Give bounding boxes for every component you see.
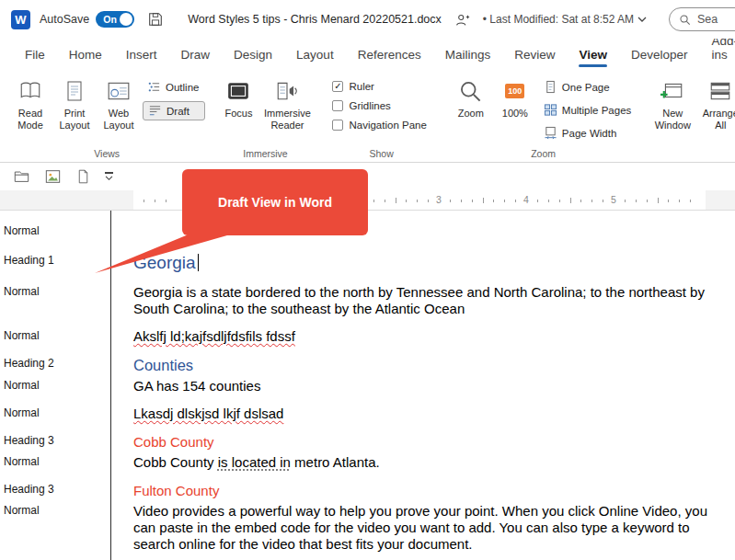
callout-bubble: Draft View in Word <box>182 169 368 235</box>
search-box[interactable]: Sea <box>669 7 735 31</box>
zoom-icon <box>458 77 483 105</box>
document-area[interactable]: NormalHeading 1GeorgiaNormalGeorgia is a… <box>0 211 735 560</box>
style-area-label: Normal <box>0 406 110 422</box>
customize-toolbar-icon[interactable] <box>105 172 113 181</box>
paragraph[interactable]: Akslfj ld;kajfsdljfdsfils fdssf <box>110 328 735 345</box>
ribbon: Read Mode Print Layout Web Layout Outlin… <box>0 70 735 163</box>
ruler-number: 5 <box>611 194 616 205</box>
ruler-tick <box>559 200 560 202</box>
paragraph[interactable]: Cobb County is located in metro Atlanta. <box>110 454 735 471</box>
paragraph[interactable]: Lkasdj dlskjsd lkjf dslsad <box>110 406 735 422</box>
tab-view[interactable]: View <box>567 42 619 70</box>
ruler-tick <box>625 200 626 202</box>
navigation-pane-checkbox[interactable]: Navigation Pane <box>332 120 426 131</box>
paragraph[interactable]: GA has 154 counties <box>110 378 735 394</box>
button-label: Outline <box>166 82 199 93</box>
outline-icon <box>147 80 161 94</box>
ruler-tick <box>396 198 396 203</box>
immersive-reader-icon <box>275 77 299 105</box>
tab-mailings[interactable]: Mailings <box>433 42 503 70</box>
word-logo-icon: W <box>11 10 30 29</box>
checkbox-unchecked-icon <box>332 100 343 111</box>
folder-icon[interactable] <box>13 168 30 185</box>
zoom-100-button[interactable]: 100 100% <box>493 74 537 121</box>
tab-file[interactable]: File <box>13 42 57 70</box>
button-label: Zoom <box>458 108 484 120</box>
ribbon-group-views: Read Mode Print Layout Web Layout Outlin… <box>6 72 208 162</box>
style-area-label: Heading 2 <box>0 356 110 374</box>
draft-button[interactable]: Draft <box>143 101 205 120</box>
style-area-separator[interactable] <box>110 211 111 560</box>
button-label: New Window <box>649 108 695 131</box>
paragraph[interactable]: Cobb County <box>110 433 735 451</box>
web-layout-icon <box>107 77 131 105</box>
immersive-reader-button[interactable]: Immersive Reader <box>260 74 314 132</box>
ruler-tick <box>647 200 648 202</box>
group-label-show: Show <box>325 147 437 162</box>
tab-review[interactable]: Review <box>502 42 567 70</box>
button-label: Print Layout <box>53 108 96 131</box>
toggle-knob <box>120 13 132 26</box>
paragraph[interactable]: Georgia <box>110 253 735 273</box>
print-layout-button[interactable]: Print Layout <box>52 74 97 132</box>
paragraph[interactable]: Video provides a powerful way to help yo… <box>110 503 735 553</box>
group-label-immersive: Immersive <box>216 147 314 162</box>
checkbox-label: Ruler <box>349 81 373 92</box>
ribbon-group-zoom: Zoom 100 100% One Page Multiple Pages <box>446 72 640 162</box>
print-layout-icon <box>63 77 86 105</box>
one-page-icon <box>544 80 557 94</box>
focus-button[interactable]: Focus <box>216 74 260 121</box>
checkbox-checked-icon: ✓ <box>332 81 343 92</box>
document-title[interactable]: Word Styles 5 tips - Chris Menard 202205… <box>188 13 442 26</box>
paragraph[interactable]: Fulton County <box>110 482 735 499</box>
button-label: Immersive Reader <box>261 108 313 131</box>
tab-developer[interactable]: Developer <box>619 42 700 70</box>
ruler-tick <box>373 200 374 202</box>
gridlines-checkbox[interactable]: Gridlines <box>332 100 426 111</box>
button-label: Focus <box>224 108 252 120</box>
text-run: Cobb County <box>133 454 218 470</box>
picture-icon[interactable] <box>44 168 62 185</box>
ribbon-tab-bar: FileHomeInsertDrawDesignLayoutReferences… <box>0 39 735 70</box>
tab-design[interactable]: Design <box>222 42 284 70</box>
paragraph[interactable]: Counties <box>110 356 735 374</box>
style-area-label: Normal <box>0 378 110 394</box>
text-run: Fulton County <box>133 483 219 498</box>
tab-references[interactable]: References <box>346 42 433 70</box>
outline-button[interactable]: Outline <box>143 78 205 96</box>
button-label: Arrange All <box>697 108 735 131</box>
style-area-label: Heading 1 <box>0 253 110 273</box>
ruler-tick <box>570 198 571 203</box>
tab-insert[interactable]: Insert <box>114 42 169 70</box>
share-person-icon[interactable] <box>454 12 470 28</box>
read-mode-button[interactable]: Read Mode <box>8 74 52 132</box>
ruler-tick <box>548 200 549 202</box>
button-label: One Page <box>562 82 610 93</box>
chevron-down-icon[interactable] <box>637 17 647 23</box>
ruler-number: 4 <box>523 194 529 205</box>
web-layout-button[interactable]: Web Layout <box>97 74 141 132</box>
new-window-button[interactable]: New Window <box>649 74 696 132</box>
ruler-tick <box>385 200 385 202</box>
ruler-tick <box>690 200 691 202</box>
tab-draw[interactable]: Draw <box>169 42 223 70</box>
autosave-toggle[interactable]: On <box>96 11 134 28</box>
last-modified[interactable]: • Last Modified: Sat at 8:52 AM <box>483 13 634 26</box>
ribbon-group-window: New Window Arrange All <box>646 72 735 162</box>
style-area-label: Normal <box>0 328 110 345</box>
new-document-icon[interactable] <box>75 168 91 185</box>
text-run: Akslfj ld;kajfsdljfdsfils fdssf <box>133 328 295 344</box>
ruler-tick <box>483 198 484 203</box>
button-label: Page Width <box>562 128 616 139</box>
zoom-button[interactable]: Zoom <box>449 74 493 121</box>
ruler-checkbox[interactable]: ✓ Ruler <box>332 81 426 92</box>
page-width-button[interactable]: Page Width <box>539 124 637 142</box>
one-page-button[interactable]: One Page <box>539 78 637 96</box>
tab-layout[interactable]: Layout <box>284 42 346 70</box>
tab-home[interactable]: Home <box>57 42 114 70</box>
ruler-tick <box>166 200 167 202</box>
paragraph[interactable]: Georgia is a state bordered to the north… <box>110 284 735 317</box>
arrange-all-button[interactable]: Arrange All <box>696 74 735 132</box>
save-icon[interactable] <box>147 11 164 28</box>
multiple-pages-button[interactable]: Multiple Pages <box>539 101 637 119</box>
